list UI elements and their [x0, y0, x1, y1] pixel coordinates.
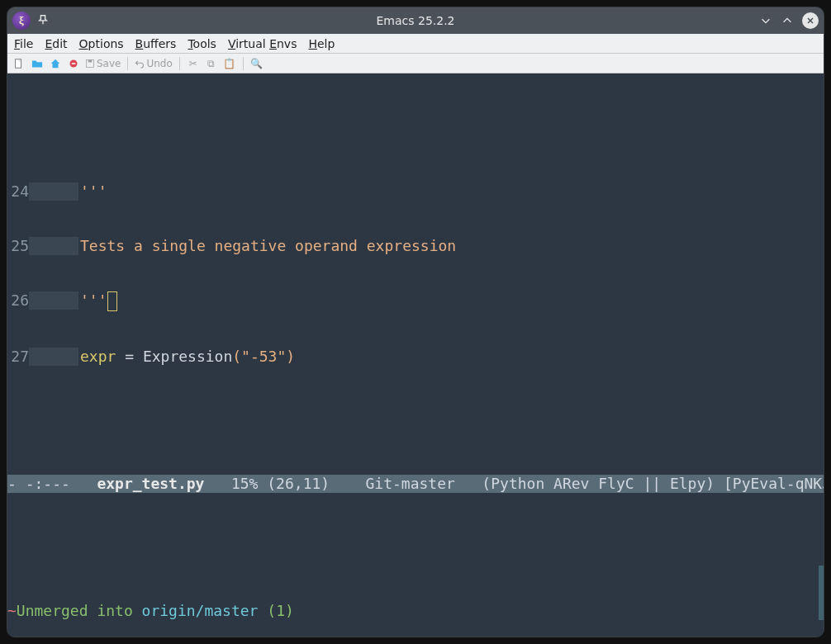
menu-options[interactable]: Options [79, 37, 124, 50]
window-title: Emacs 25.2.2 [95, 14, 736, 27]
code-line: ''' [80, 291, 107, 311]
toolbar-separator [179, 57, 180, 70]
menu-buffers[interactable]: Buffers [135, 37, 177, 50]
menu-help[interactable]: Help [308, 37, 335, 50]
menu-tools[interactable]: Tools [188, 37, 216, 50]
home-icon[interactable] [49, 57, 62, 70]
stop-icon[interactable] [67, 57, 80, 70]
menu-edit[interactable]: Edit [45, 37, 67, 50]
maximize-button[interactable] [781, 14, 794, 27]
search-icon[interactable]: 🔍 [250, 57, 264, 70]
open-folder-icon[interactable] [31, 57, 44, 70]
emacs-window: ξ Emacs 25.2.2 File Edit Options Buffers [7, 7, 824, 637]
buffer-expr-test-py[interactable]: 24 ''' 25 Tests a single negative operan… [7, 146, 824, 402]
editor-area[interactable]: 24 ''' 25 Tests a single negative operan… [7, 73, 824, 637]
modeline-expr-test[interactable]: - -:--- expr_test.py 15% (26,11) Git-mas… [7, 475, 824, 493]
copy-icon[interactable]: ⧉ [205, 57, 218, 70]
toolbar-separator [127, 57, 128, 70]
pin-icon[interactable] [37, 14, 49, 28]
minimize-button[interactable] [759, 14, 772, 27]
emacs-app-icon: ξ [12, 12, 31, 30]
svg-rect-4 [88, 59, 93, 62]
svg-rect-2 [72, 63, 76, 64]
code-token: expr [80, 348, 116, 366]
menubar: File Edit Options Buffers Tools Virtual … [7, 34, 824, 54]
toolbar-separator [243, 57, 244, 70]
save-label: Save [97, 58, 121, 69]
code-line: Tests a single negative operand expressi… [80, 237, 456, 255]
menu-file[interactable]: File [14, 37, 33, 50]
new-file-icon[interactable] [12, 57, 26, 70]
close-button[interactable] [802, 12, 819, 29]
undo-button[interactable]: Undo [135, 58, 172, 69]
buffer-magit-pyeval[interactable]: ~Unmerged into origin/master (1) 5c04583… [7, 566, 824, 637]
toolbar: Save Undo ✂ ⧉ 📋 🔍 [7, 54, 824, 73]
menu-virtual-envs[interactable]: Virtual Envs [228, 37, 297, 50]
cut-icon[interactable]: ✂ [187, 57, 200, 70]
paste-icon[interactable]: 📋 [223, 57, 236, 70]
save-button[interactable]: Save [85, 58, 121, 69]
titlebar[interactable]: ξ Emacs 25.2.2 [7, 7, 824, 34]
code-line: ''' [80, 182, 107, 201]
svg-rect-0 [16, 59, 21, 68]
undo-label: Undo [146, 58, 172, 69]
